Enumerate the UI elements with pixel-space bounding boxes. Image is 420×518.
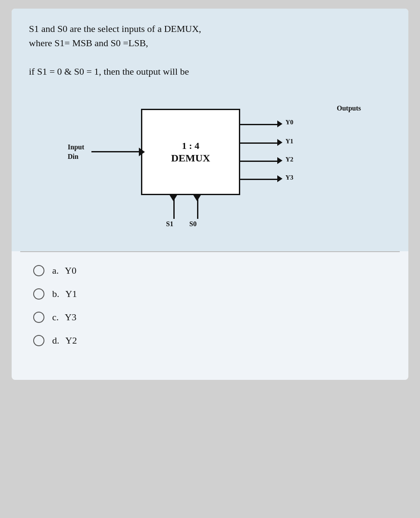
quiz-card: S1 and S0 are the select inputs of a DEM… — [12, 9, 408, 380]
answer-option-c[interactable]: c. Y3 — [33, 312, 387, 323]
radio-b[interactable] — [33, 288, 44, 300]
demux-label-top: 1 : 4 — [182, 140, 199, 152]
s0-arrow-icon — [193, 194, 201, 201]
output-line-y3 — [240, 179, 279, 180]
diagram-container: Outputs 1 : 4 DEMUX Input Din Y0 Y1 — [59, 100, 361, 238]
output-arrow-y3-icon — [277, 175, 282, 182]
output-label-y1: Y1 — [285, 138, 293, 145]
demux-box: 1 : 4 DEMUX — [141, 109, 240, 195]
question-line3: if S1 = 0 & S0 = 1, then the output will… — [29, 64, 391, 79]
radio-c[interactable] — [33, 312, 44, 323]
output-line-y1 — [240, 142, 279, 144]
answer-letter-a: a. — [52, 265, 59, 276]
s1-label: S1 — [166, 220, 173, 228]
output-label-y2: Y2 — [285, 156, 293, 163]
answer-option-d[interactable]: d. Y2 — [33, 335, 387, 346]
answer-option-a[interactable]: a. Y0 — [33, 265, 387, 276]
question-line2: where S1= MSB and S0 =LSB, — [29, 36, 391, 50]
answer-value-b: Y1 — [66, 288, 77, 300]
output-arrow-y1-icon — [277, 139, 282, 146]
answer-value-a: Y0 — [65, 265, 76, 276]
radio-d[interactable] — [33, 335, 44, 346]
answer-option-b[interactable]: b. Y1 — [33, 288, 387, 300]
output-arrow-y2-icon — [277, 157, 282, 164]
s1-arrow-icon — [169, 194, 178, 201]
s0-label: S0 — [189, 220, 197, 228]
answers-area: a. Y0 b. Y1 c. Y3 d. Y2 — [12, 256, 408, 367]
radio-a[interactable] — [33, 265, 44, 276]
answer-letter-c: c. — [52, 312, 59, 323]
answer-letter-b: b. — [52, 288, 60, 300]
input-line — [91, 151, 141, 152]
output-line-y2 — [240, 161, 279, 162]
output-arrow-y0-icon — [277, 120, 282, 127]
outputs-label: Outputs — [337, 104, 361, 112]
answer-value-d: Y2 — [66, 335, 77, 346]
output-label-y3: Y3 — [285, 174, 293, 181]
diagram-area: Outputs 1 : 4 DEMUX Input Din Y0 Y1 — [12, 92, 408, 251]
output-label-y0: Y0 — [285, 119, 293, 126]
demux-label-bot: DEMUX — [171, 152, 210, 164]
input-arrow-icon — [139, 148, 145, 156]
question-line1: S1 and S0 are the select inputs of a DEM… — [29, 22, 391, 36]
output-line-y0 — [240, 124, 279, 125]
question-area: S1 and S0 are the select inputs of a DEM… — [12, 9, 408, 92]
answer-value-c: Y3 — [65, 312, 76, 323]
divider — [20, 251, 400, 252]
answer-letter-d: d. — [52, 335, 60, 346]
input-label: Input Din — [68, 142, 84, 162]
